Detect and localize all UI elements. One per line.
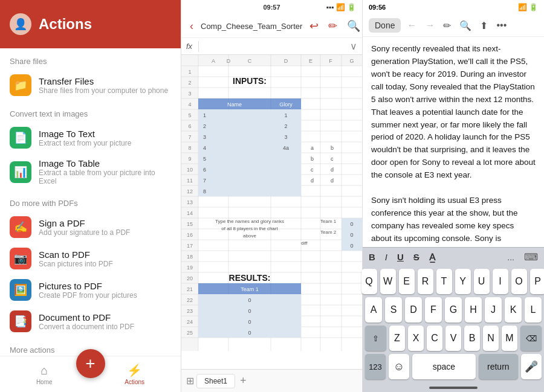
home-nav-button[interactable]: ⌂ Home — [36, 364, 53, 385]
list-item[interactable]: 🖼️ Pictures to PDF Create PDF from your … — [0, 274, 181, 306]
svg-text:G: G — [349, 58, 354, 64]
scan-pdf-text: Scan to PDF Scan pictures into PDF — [39, 249, 113, 268]
text-paragraph-2: Sony isn't holding its usual E3 press co… — [371, 194, 536, 247]
key-Z[interactable]: Z — [389, 326, 405, 351]
key-Y[interactable]: Y — [455, 269, 471, 294]
svg-text:2: 2 — [188, 80, 191, 86]
svg-text:0: 0 — [248, 330, 251, 336]
italic-button[interactable]: I — [385, 252, 387, 262]
formula-expand-icon[interactable]: ∨ — [350, 40, 357, 52]
key-A[interactable]: A — [365, 297, 382, 323]
key-U[interactable]: U — [474, 269, 490, 294]
key-D[interactable]: D — [405, 297, 422, 323]
num-button[interactable]: 123 — [365, 354, 386, 379]
keyboard-toggle-button[interactable]: ⌨ — [524, 251, 538, 263]
svg-text:0: 0 — [350, 243, 353, 249]
more-format-button[interactable]: ... — [507, 252, 514, 262]
key-P[interactable]: P — [530, 269, 545, 294]
list-item[interactable]: 📊 Image To Table Extract a table from yo… — [0, 153, 181, 190]
underline-button[interactable]: U — [397, 252, 404, 262]
svg-rect-87 — [271, 185, 301, 196]
key-B[interactable]: B — [464, 326, 480, 351]
key-G[interactable]: G — [445, 297, 462, 323]
done-button[interactable]: Done — [369, 18, 401, 33]
edit-button[interactable]: ✏ — [326, 18, 340, 34]
sheet-status-bar: 09:57 ▪▪▪ 📶 🔋 — [181, 0, 362, 14]
undo-button[interactable]: ↩ — [307, 18, 321, 34]
svg-text:b: b — [331, 145, 334, 151]
back-button[interactable]: ‹ — [187, 19, 196, 34]
key-row-2: A S D F G H J K L — [365, 297, 542, 323]
mic-button[interactable]: 🎤 — [521, 354, 542, 379]
highlight-button[interactable]: A̲ — [429, 252, 435, 263]
key-N[interactable]: N — [483, 326, 499, 351]
pen-tool-button[interactable]: ✏ — [441, 19, 453, 33]
space-button[interactable]: space — [412, 354, 476, 379]
key-F[interactable]: F — [425, 297, 442, 323]
fab-button[interactable]: + — [76, 349, 105, 378]
text-toolbar: Done ← → ✏ 🔍 ⬆ ••• — [363, 14, 544, 37]
svg-text:d: d — [331, 167, 334, 173]
shift-button[interactable]: ⇧ — [365, 326, 386, 351]
key-S[interactable]: S — [385, 297, 402, 323]
svg-text:Team 2: Team 2 — [320, 230, 337, 235]
svg-text:RESULTS:: RESULTS: — [229, 273, 271, 283]
page-title: Actions — [39, 16, 92, 33]
key-T[interactable]: T — [436, 269, 452, 294]
delete-button[interactable]: ⌫ — [520, 326, 542, 351]
key-row-1: Q W E R T Y U I O P — [365, 269, 542, 294]
emoji-button[interactable]: ☺ — [389, 354, 409, 379]
svg-text:0: 0 — [350, 232, 353, 238]
key-K[interactable]: K — [505, 297, 522, 323]
key-C[interactable]: C — [427, 326, 442, 351]
svg-text:Glory: Glory — [279, 101, 293, 108]
key-L[interactable]: L — [525, 297, 542, 323]
share-text-button[interactable]: ⬆ — [478, 19, 490, 33]
add-sheet-button[interactable]: + — [240, 374, 247, 387]
bottom-bar — [363, 384, 544, 392]
list-item[interactable]: 📷 Scan to PDF Scan pictures into PDF — [0, 243, 181, 274]
transfer-files-icon: 📁 — [10, 74, 31, 96]
redo-text-button[interactable]: → — [423, 19, 437, 32]
sheet-grid[interactable]: A D C D E F G 1 2 3 4 5 6 7 8 9 10 11 12… — [181, 55, 362, 369]
svg-text:18: 18 — [187, 254, 193, 260]
key-R[interactable]: R — [418, 269, 433, 294]
return-button[interactable]: return — [479, 354, 518, 379]
search-button[interactable]: 🔍 — [345, 18, 363, 34]
undo-text-button[interactable]: ← — [404, 19, 419, 32]
image-to-table-subtitle: Extract a table from your picture into E… — [39, 169, 171, 185]
scan-pdf-title: Scan to PDF — [39, 249, 113, 260]
sheet-tabs: ⊞ Sheet1 + — [181, 369, 362, 392]
key-E[interactable]: E — [399, 269, 415, 294]
list-item[interactable]: 📄 Image To Text Extract text from your p… — [0, 122, 181, 153]
text-content[interactable]: Sony recently revealed that its next-gen… — [363, 37, 544, 247]
sign-pdf-text: Sign a PDF Add your signature to a PDF — [39, 218, 130, 237]
bold-button[interactable]: B — [369, 252, 375, 262]
key-V[interactable]: V — [445, 326, 461, 351]
key-X[interactable]: X — [408, 326, 424, 351]
svg-rect-74 — [198, 131, 271, 142]
key-I[interactable]: I — [493, 269, 508, 294]
home-icon: ⌂ — [40, 364, 48, 378]
text-status-bar: 09:56 📶 🔋 — [363, 0, 544, 14]
sheet-nav-icon[interactable]: ⊞ — [186, 375, 194, 387]
strikethrough-button[interactable]: S — [413, 252, 419, 262]
svg-text:19: 19 — [187, 265, 193, 271]
search-text-button[interactable]: 🔍 — [457, 19, 474, 33]
key-O[interactable]: O — [511, 269, 527, 294]
key-H[interactable]: H — [465, 297, 482, 323]
svg-text:0: 0 — [248, 297, 251, 303]
transfer-files-text: Transfer Files Share files from your com… — [39, 76, 168, 95]
list-item[interactable]: 📁 Transfer Files Share files from your c… — [0, 69, 181, 101]
key-Q[interactable]: Q — [361, 269, 377, 294]
sheet-tab-1[interactable]: Sheet1 — [196, 374, 235, 388]
key-M[interactable]: M — [502, 326, 517, 351]
list-item[interactable]: 📑 Document to PDF Convert a document int… — [0, 306, 181, 337]
actions-nav-button[interactable]: ⚡ Actions — [125, 363, 144, 385]
list-item[interactable]: ✍️ Sign a PDF Add your signature to a PD… — [0, 211, 181, 243]
sheet-filename: Comp_Cheese_Team_Sorter — [201, 22, 302, 31]
key-J[interactable]: J — [485, 297, 502, 323]
svg-text:C: C — [248, 58, 252, 64]
more-text-button[interactable]: ••• — [494, 19, 509, 32]
key-W[interactable]: W — [380, 269, 396, 294]
